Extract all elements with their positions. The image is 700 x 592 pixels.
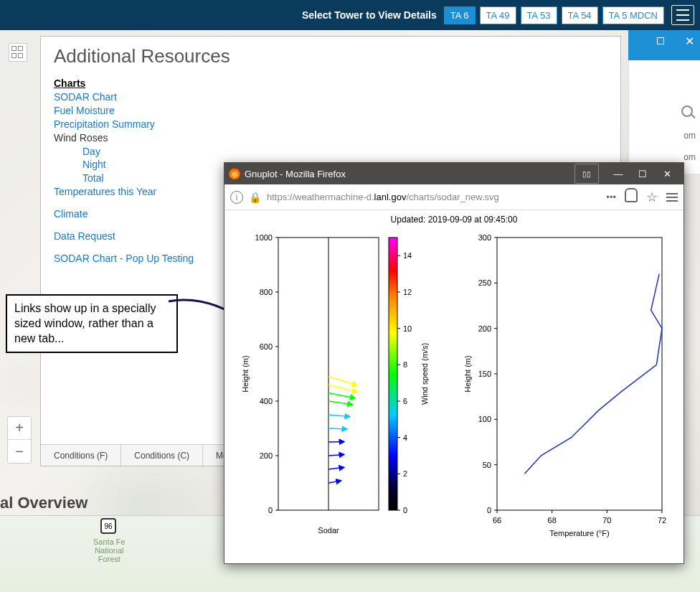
panel-title: Additional Resources xyxy=(54,45,607,67)
popup-body: Updated: 2019-09-09 at 09:45:00 02004006… xyxy=(224,210,684,563)
chart-updated-label: Updated: 2019-09-09 at 09:45:00 xyxy=(391,215,518,225)
svg-rect-44 xyxy=(497,238,662,510)
highway-shield-icon: 96 xyxy=(100,518,116,534)
svg-text:0: 0 xyxy=(268,506,273,515)
svg-rect-16 xyxy=(389,238,397,510)
svg-text:0: 0 xyxy=(403,506,407,515)
maximize-button[interactable]: ☐ xyxy=(630,164,655,184)
svg-text:Temperature (°F): Temperature (°F) xyxy=(549,529,609,537)
svg-text:600: 600 xyxy=(260,342,273,351)
sodar-chart: 02004006008001000Height (m)Sodar02468101… xyxy=(235,230,436,546)
url-text: https://weathermachine-d.lanl.gov/charts… xyxy=(267,192,600,202)
svg-line-43 xyxy=(328,377,357,385)
truncated-text: om xyxy=(684,131,696,141)
pocket-icon[interactable] xyxy=(625,192,638,202)
svg-text:4: 4 xyxy=(403,433,407,442)
search-icon xyxy=(681,105,693,117)
firefox-icon xyxy=(229,168,240,179)
zoom-controls: + − xyxy=(7,416,32,464)
top-bar: Select Tower to View Details TA 6 TA 49 … xyxy=(0,0,700,30)
select-tower-label: Select Tower to View Details xyxy=(302,9,437,21)
truncated-text: om xyxy=(684,152,696,162)
svg-text:50: 50 xyxy=(483,461,491,469)
minimize-button[interactable]: — xyxy=(606,164,630,184)
svg-text:8: 8 xyxy=(403,360,407,369)
svg-text:400: 400 xyxy=(260,397,273,405)
popup-title: Gnuplot - Mozilla Firefox xyxy=(245,169,346,179)
svg-text:Height (m): Height (m) xyxy=(241,355,250,392)
svg-text:200: 200 xyxy=(260,451,273,460)
firefox-menu-icon[interactable] xyxy=(666,193,678,202)
svg-line-34 xyxy=(328,481,341,483)
tower-button-ta53[interactable]: TA 53 xyxy=(521,6,557,24)
lock-icon: 🔒 xyxy=(249,192,261,203)
link-sodar-chart[interactable]: SODAR Chart xyxy=(54,90,607,104)
svg-text:2: 2 xyxy=(403,469,407,478)
svg-text:68: 68 xyxy=(548,516,557,525)
more-icon[interactable]: ••• xyxy=(606,192,616,202)
svg-text:1000: 1000 xyxy=(255,233,273,242)
link-wind-rose-day[interactable]: Day xyxy=(82,145,607,159)
tower-button-ta5mdcn[interactable]: TA 5 MDCN xyxy=(602,6,664,24)
svg-line-42 xyxy=(328,385,358,392)
overview-heading: al Overview xyxy=(0,494,88,512)
bg-window-maximize-icon xyxy=(657,37,664,44)
svg-text:Wind speed (m/s): Wind speed (m/s) xyxy=(420,343,429,405)
svg-text:12: 12 xyxy=(403,288,412,296)
link-precipitation-summary[interactable]: Precipitation Summary xyxy=(54,118,607,131)
link-fuel-moisture[interactable]: Fuel Moisture xyxy=(54,104,607,118)
park-label: Santa Fe National Forest xyxy=(93,537,126,563)
svg-text:800: 800 xyxy=(260,288,273,296)
tower-button-ta49[interactable]: TA 49 xyxy=(480,6,516,24)
svg-text:Sodar: Sodar xyxy=(318,526,339,535)
svg-text:300: 300 xyxy=(478,233,491,242)
tab-conditions-f[interactable]: Conditions (F) xyxy=(41,445,121,466)
svg-text:10: 10 xyxy=(403,324,412,333)
zoom-in-button[interactable]: + xyxy=(8,417,31,440)
bg-window-close-icon: ✕ xyxy=(685,34,694,48)
svg-line-35 xyxy=(328,467,344,469)
svg-text:72: 72 xyxy=(658,516,666,525)
svg-text:0: 0 xyxy=(487,506,491,515)
svg-text:Height (m): Height (m) xyxy=(463,355,472,392)
expand-panel-icon[interactable] xyxy=(9,43,27,62)
svg-line-36 xyxy=(328,454,344,456)
temperature-chart: 66687072050100150200250300Height (m)Temp… xyxy=(458,230,673,546)
popup-window: Gnuplot - Mozilla Firefox ▯▯ — ☐ ✕ i 🔒 h… xyxy=(224,162,684,564)
zoom-out-button[interactable]: − xyxy=(8,440,31,463)
background-window-right-edge: ✕ om om xyxy=(628,30,700,174)
close-button[interactable]: ✕ xyxy=(655,164,679,184)
svg-line-39 xyxy=(328,415,350,417)
svg-text:250: 250 xyxy=(478,278,491,287)
svg-line-41 xyxy=(328,393,355,398)
reader-view-icon[interactable]: ▯▯ xyxy=(574,164,599,184)
bookmark-star-icon[interactable]: ☆ xyxy=(646,189,658,205)
svg-text:200: 200 xyxy=(478,324,491,333)
annotation-callout: Links show up in a specially sized windo… xyxy=(6,294,178,353)
svg-line-40 xyxy=(328,401,353,405)
tab-conditions-c[interactable]: Conditions (C) xyxy=(121,445,203,466)
wind-roses-label: Wind Roses xyxy=(54,132,108,144)
svg-text:150: 150 xyxy=(478,370,491,378)
address-bar[interactable]: i 🔒 https://weathermachine-d.lanl.gov/ch… xyxy=(224,184,684,210)
svg-text:14: 14 xyxy=(403,251,412,260)
site-info-icon[interactable]: i xyxy=(230,191,243,204)
tower-button-ta6[interactable]: TA 6 xyxy=(444,6,476,24)
svg-text:100: 100 xyxy=(478,415,491,423)
svg-text:66: 66 xyxy=(493,516,501,525)
svg-text:70: 70 xyxy=(602,516,611,525)
menu-icon[interactable] xyxy=(671,5,694,25)
svg-line-38 xyxy=(328,428,347,429)
popup-titlebar[interactable]: Gnuplot - Mozilla Firefox ▯▯ — ☐ ✕ xyxy=(224,163,684,184)
svg-text:6: 6 xyxy=(403,397,407,405)
tower-button-ta54[interactable]: TA 54 xyxy=(562,6,598,24)
charts-heading: Charts xyxy=(54,77,607,89)
